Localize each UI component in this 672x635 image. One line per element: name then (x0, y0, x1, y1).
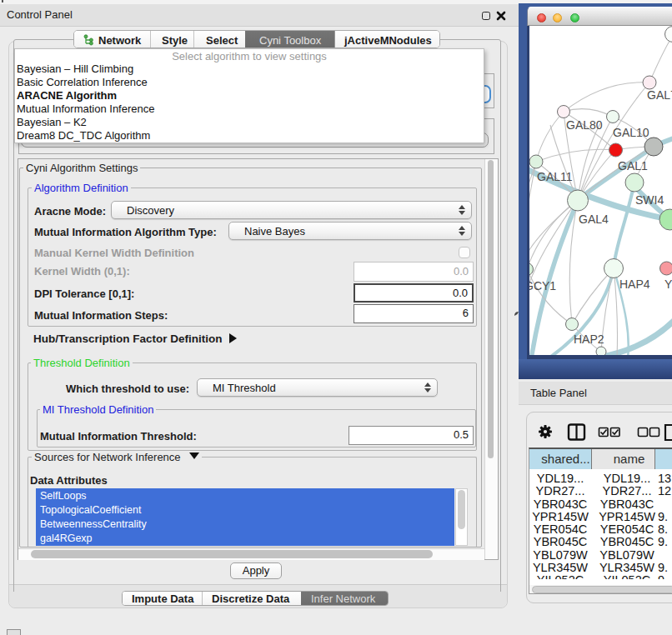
svg-text:GCY1: GCY1 (529, 279, 556, 292)
svg-text:Y: Y (664, 278, 672, 291)
svg-text:GAL1: GAL1 (618, 159, 648, 172)
svg-text:HAP2: HAP2 (574, 332, 604, 346)
svg-text:GAL4: GAL4 (579, 212, 609, 226)
svg-text:GAL80: GAL80 (566, 118, 603, 132)
svg-text:SWI4: SWI4 (635, 193, 664, 207)
svg-text:HAP4: HAP4 (619, 278, 650, 291)
svg-text:GAL7: GAL7 (647, 88, 672, 102)
svg-text:GAL10: GAL10 (613, 126, 649, 139)
svg-text:GAL11: GAL11 (537, 170, 573, 183)
